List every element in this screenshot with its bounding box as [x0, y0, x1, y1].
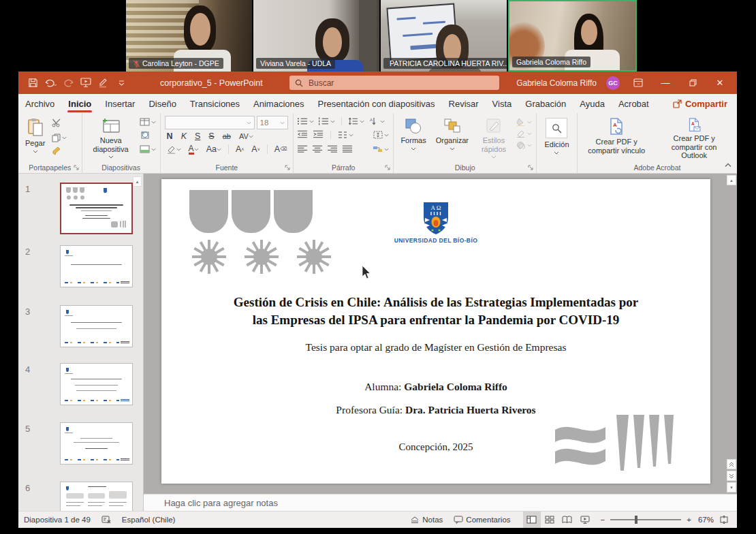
zoom-slider[interactable] — [610, 519, 681, 520]
university-logo[interactable]: A Ω UNIVERSIDAD DEL BÍO-BÍO — [405, 202, 467, 238]
slide-counter[interactable]: Diapositiva 1 de 49 — [18, 512, 96, 528]
slide-scrollbar[interactable]: ▲ ▼ — [727, 175, 736, 492]
participant-tile-1[interactable]: Carolina Leyton - DGPE — [126, 0, 252, 72]
tab-insertar[interactable]: Insertar — [98, 94, 142, 113]
shape-effects-button[interactable] — [516, 141, 532, 149]
font-color-button[interactable]: A — [187, 144, 201, 155]
search-box[interactable] — [289, 76, 499, 90]
collapse-ribbon-icon[interactable] — [725, 158, 731, 170]
shape-outline-button[interactable] — [516, 129, 532, 138]
tab-acrobat[interactable]: Acrobat — [612, 94, 656, 113]
shapes-button[interactable]: Formas — [398, 116, 428, 162]
font-name-combo[interactable] — [165, 116, 255, 129]
clipboard-dialog-launcher-icon[interactable] — [74, 165, 80, 171]
slide-layout-button[interactable] — [140, 118, 156, 126]
scroll-up-icon[interactable]: ▲ — [727, 175, 736, 185]
view-normal-button[interactable] — [523, 512, 541, 528]
participant-tile-4-active-speaker[interactable]: Gabriela Coloma Riffo — [508, 0, 637, 72]
clear-formatting-button[interactable]: A⌫ — [272, 144, 289, 154]
bold-button[interactable]: N — [165, 131, 175, 141]
thumbnail-slide-1[interactable]: 1 — [18, 183, 143, 236]
create-pdf-link-button[interactable]: A Crear PDF y compartir vínculo — [582, 116, 651, 162]
tab-revisar[interactable]: Revisar — [442, 94, 486, 113]
start-slideshow-icon[interactable] — [78, 76, 93, 91]
reset-slide-button[interactable] — [140, 129, 156, 142]
shape-fill-button[interactable] — [516, 118, 532, 126]
thumbnail-slide-6[interactable]: 6 — [18, 482, 143, 511]
drawing-dialog-launcher-icon[interactable] — [528, 165, 534, 171]
tab-animaciones[interactable]: Animaciones — [247, 94, 311, 113]
editing-button[interactable]: Edición — [541, 116, 571, 162]
cut-button[interactable] — [52, 118, 67, 130]
previous-slide-icon[interactable] — [727, 459, 736, 469]
tab-transiciones[interactable]: Transiciones — [183, 94, 247, 113]
customize-qat-chevron-icon[interactable] — [114, 76, 129, 91]
save-icon[interactable] — [25, 76, 40, 91]
text-direction-button[interactable]: A — [369, 117, 385, 125]
view-reading-button[interactable] — [558, 512, 576, 528]
thumbnail-slide-5[interactable]: 5 — [18, 422, 143, 467]
account-user-name[interactable]: Gabriela Coloma Riffo — [516, 78, 597, 88]
columns-button[interactable] — [338, 131, 353, 139]
thumbnail-slide-4[interactable]: 4 — [18, 363, 143, 408]
decor-tusk-shapes[interactable] — [615, 415, 679, 472]
notes-toggle[interactable]: Notas — [405, 512, 448, 528]
view-slideshow-button[interactable] — [576, 512, 594, 528]
tab-ayuda[interactable]: Ayuda — [573, 94, 612, 113]
arrange-button[interactable]: Organizar — [433, 116, 471, 162]
decrease-indent-button[interactable] — [298, 129, 308, 141]
restore-button[interactable] — [684, 75, 702, 91]
line-spacing-button[interactable] — [348, 117, 364, 125]
font-size-combo[interactable]: 18 — [257, 116, 288, 129]
pen-highlight-button[interactable] — [96, 76, 111, 91]
minimize-button[interactable]: — — [657, 75, 674, 91]
text-highlight-button[interactable] — [165, 145, 183, 154]
decor-shield-shape[interactable] — [274, 190, 313, 233]
slide-title[interactable]: Gestión de Crisis en Chile: Análisis de … — [161, 294, 710, 329]
decor-shield-shape[interactable] — [189, 190, 228, 233]
quick-styles-button[interactable]: Estilos rápidos — [475, 116, 512, 162]
character-spacing-button[interactable]: AV — [237, 132, 255, 140]
tab-grabacion[interactable]: Grabación — [518, 94, 573, 113]
tab-inicio[interactable]: Inicio — [61, 94, 98, 113]
tab-archivo[interactable]: Archivo — [18, 94, 61, 113]
font-dialog-launcher-icon[interactable] — [285, 165, 291, 171]
strikethrough-button[interactable]: S — [206, 131, 216, 141]
avatar[interactable]: GC — [606, 76, 620, 90]
align-text-button[interactable] — [373, 131, 389, 139]
increase-indent-button[interactable] — [313, 129, 324, 141]
comments-toggle[interactable]: Comentarios — [448, 512, 516, 528]
zoom-level[interactable]: 67% — [695, 512, 716, 528]
align-center-button[interactable] — [313, 143, 323, 155]
slide-subtitle[interactable]: Tesis para optar al grado de Magíster en… — [161, 341, 710, 354]
slide-student-line[interactable]: Alumna: Gabriela Coloma Riffo — [161, 381, 710, 393]
new-slide-button[interactable]: Nueva diapositiva — [86, 116, 136, 162]
increase-font-size-button[interactable]: A˄ — [234, 144, 246, 154]
search-input[interactable] — [307, 78, 460, 89]
thumbnail-scrollbar[interactable]: ▲ — [133, 176, 142, 508]
fit-to-window-icon[interactable] — [716, 512, 737, 528]
align-right-button[interactable] — [328, 143, 338, 155]
decor-shield-shape[interactable] — [232, 190, 270, 233]
paste-button[interactable]: Pegar — [22, 116, 48, 162]
italic-button[interactable]: K — [179, 131, 189, 141]
bullets-button[interactable] — [298, 117, 314, 125]
format-painter-button[interactable] — [52, 146, 67, 158]
redo-button[interactable] — [61, 76, 76, 91]
underline-button[interactable]: S — [193, 131, 202, 141]
thumbnail-slide-2[interactable]: 2 — [18, 245, 143, 290]
copy-button[interactable] — [52, 134, 67, 142]
notes-pane[interactable]: Haga clic para agregar notas — [144, 494, 737, 511]
tab-vista[interactable]: Vista — [486, 94, 519, 113]
participant-tile-3[interactable]: PATRICIA CAROLINA HUERTA RIV... — [381, 0, 507, 72]
thumbnail-slide-3[interactable]: 3 — [18, 305, 143, 350]
language-indicator[interactable]: Español (Chile) — [116, 512, 181, 528]
tab-diseno[interactable]: Diseño — [142, 94, 183, 113]
zoom-in-button[interactable]: + — [685, 512, 695, 528]
thumbnail-scroll-up-icon[interactable]: ▲ — [133, 176, 142, 187]
spell-check-icon[interactable] — [96, 512, 116, 528]
close-button[interactable]: ✕ — [711, 75, 729, 91]
change-case-button[interactable]: Aa — [204, 144, 223, 154]
zoom-slider-handle[interactable] — [635, 516, 637, 524]
text-shadow-button[interactable]: ab — [221, 132, 233, 140]
